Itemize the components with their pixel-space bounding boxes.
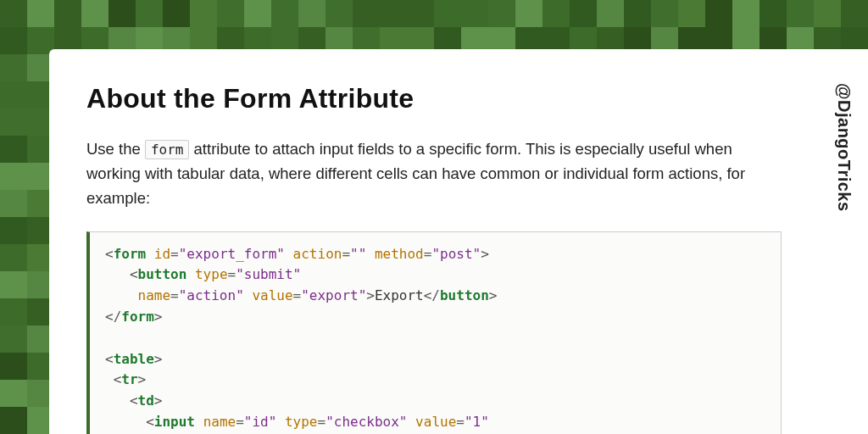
page-title: About the Form Attribute: [86, 83, 782, 114]
main-column: About the Form Attribute Use the form at…: [49, 49, 819, 434]
inline-code-form: form: [145, 140, 190, 159]
content-card: About the Form Attribute Use the form at…: [49, 49, 868, 434]
side-handle-column: @DjangoTricks: [819, 49, 868, 434]
intro-before: Use the: [86, 140, 145, 158]
code-block: <form id="export_form" action="" method=…: [86, 231, 782, 434]
twitter-handle: @DjangoTricks: [834, 83, 854, 212]
intro-paragraph: Use the form attribute to attach input f…: [86, 136, 748, 211]
